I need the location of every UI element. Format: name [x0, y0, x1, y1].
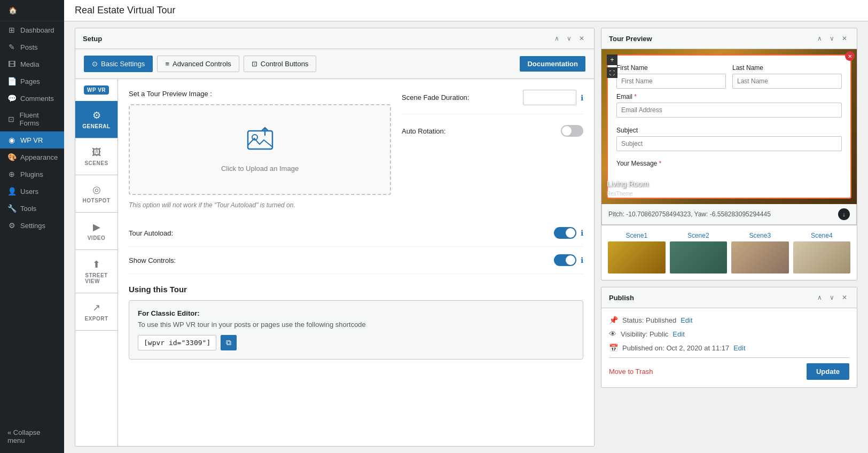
setup-nav-export[interactable]: ↗ EXPORT: [75, 293, 118, 331]
sidebar-item-label: Tools: [20, 205, 36, 213]
message-col: Your Message: [616, 160, 842, 189]
visibility-label: Visibility: Public: [621, 330, 668, 338]
copy-shortcode-btn[interactable]: ⧉: [221, 335, 237, 350]
auto-rotation-toggle[interactable]: [561, 125, 583, 137]
sidebar-item-label: Dashboard: [20, 26, 54, 34]
status-icon: 📌: [609, 316, 618, 324]
sidebar-item-tools[interactable]: 🔧 Tools: [0, 200, 64, 217]
sidebar-item-label: Appearance: [20, 153, 58, 161]
publish-collapse-btn[interactable]: ∧: [815, 293, 824, 302]
street-view-label: STREETVIEW: [85, 272, 107, 284]
first-name-input[interactable]: [616, 74, 726, 89]
download-icon[interactable]: ↓: [838, 208, 850, 220]
scene-fade-label: Scene Fade Duration:: [402, 93, 469, 101]
scene-thumb-2[interactable]: Scene2: [670, 232, 728, 274]
show-controls-label: Show Controls:: [129, 256, 176, 264]
tour-autoload-toggle[interactable]: [554, 227, 576, 239]
tab-control-buttons[interactable]: ⊡ Control Buttons: [244, 56, 317, 72]
tab-basic-settings[interactable]: ⊙ Basic Settings: [84, 56, 153, 72]
scene-thumbs: Scene1 Scene2 Scene3 Scene4: [601, 225, 857, 280]
tour-autoload-info-icon[interactable]: ℹ: [581, 229, 583, 237]
scene-thumb-3[interactable]: Scene3: [731, 232, 789, 274]
last-name-label: Last Name: [732, 64, 842, 72]
tour-preview-expand-btn[interactable]: ∨: [827, 34, 836, 43]
comments-icon: 💬: [7, 94, 16, 103]
scene-fade-info-icon[interactable]: ℹ: [581, 93, 583, 102]
sidebar-item-comments[interactable]: 💬 Comments: [0, 90, 64, 107]
show-controls-info-icon[interactable]: ℹ: [581, 256, 583, 264]
update-button[interactable]: Update: [807, 363, 849, 380]
sidebar-item-pages[interactable]: 📄 Pages: [0, 73, 64, 90]
sidebar-item-users[interactable]: 👤 Users: [0, 183, 64, 200]
subject-input[interactable]: [616, 136, 842, 151]
form-name-row: First Name Last Name: [616, 64, 842, 89]
upload-note: This option will not work if the "Tour A…: [129, 201, 391, 209]
sidebar-item-wp-vr[interactable]: ◉ WP VR: [0, 131, 64, 149]
scene-thumb-1[interactable]: Scene1: [608, 232, 666, 274]
sidebar-item-media[interactable]: 🎞 Media: [0, 56, 64, 73]
setup-nav-hotspot[interactable]: ◎ HOTSPOT: [75, 175, 118, 213]
using-tour-title: Using this Tour: [129, 285, 583, 294]
export-label: EXPORT: [84, 316, 108, 322]
show-controls-toggle[interactable]: [554, 254, 576, 266]
message-label: Your Message: [616, 160, 842, 167]
sidebar-item-plugins[interactable]: ⊕ Plugins: [0, 166, 64, 183]
collapse-menu-btn[interactable]: « Collapse menu: [0, 424, 64, 453]
panel-expand-btn[interactable]: ∨: [565, 34, 574, 43]
tools-icon: 🔧: [7, 204, 16, 213]
publish-expand-btn[interactable]: ∨: [827, 293, 836, 302]
appearance-icon: 🎨: [7, 153, 16, 161]
visibility-edit-link[interactable]: Edit: [672, 330, 684, 338]
publish-inner: 📌 Status: Published Edit 👁 Visibility: P…: [601, 308, 857, 387]
content-area: Setup ∧ ∨ ✕ ⊙ Basic Settings ≡ Ad: [64, 21, 868, 453]
panel-close-btn[interactable]: ✕: [577, 34, 587, 43]
publish-close-btn[interactable]: ✕: [840, 293, 849, 302]
upload-image-box[interactable]: Click to Upload an Image: [129, 104, 391, 195]
panel-collapse-btn[interactable]: ∧: [552, 34, 561, 43]
tour-expand-btn[interactable]: ⛶: [607, 67, 617, 78]
sidebar-logo: 🏠: [0, 0, 64, 21]
setup-nav-general[interactable]: ⚙ GENERAL: [75, 101, 118, 138]
tour-preview-image-area: + ⛶ ✕ First Name Last Name: [601, 49, 857, 225]
sidebar-item-label: Comments: [20, 95, 54, 103]
upload-icon: [247, 127, 273, 158]
svg-rect-0: [248, 131, 272, 149]
sidebar-item-fluent-forms[interactable]: ⊡ Fluent Forms: [0, 107, 64, 131]
tour-preview-controls: ∧ ∨ ✕: [815, 34, 849, 43]
email-input[interactable]: [616, 103, 842, 118]
publish-box: Publish ∧ ∨ ✕ 📌 Status: Published Edit 👁: [601, 287, 857, 388]
status-row: 📌 Status: Published Edit: [609, 316, 849, 324]
setup-nav-street-view[interactable]: ⬆ STREETVIEW: [75, 250, 118, 293]
panel-header-controls: ∧ ∨ ✕: [552, 34, 587, 43]
subject-col: Subject: [616, 127, 842, 156]
scene1-thumbnail: [608, 241, 666, 274]
setup-nav-scenes[interactable]: 🖼 SCENES: [75, 138, 118, 175]
published-row: 📅 Published on: Oct 2, 2020 at 11:17 Edi…: [609, 343, 849, 352]
publish-header: Publish ∧ ∨ ✕: [601, 287, 857, 308]
pitch-text: Pitch: -10.708620758494323, Yaw: -6.5582…: [608, 210, 771, 218]
street-view-icon: ⬆: [92, 259, 100, 270]
scene-fade-input[interactable]: [523, 90, 576, 105]
documentation-button[interactable]: Documentation: [520, 56, 585, 72]
published-edit-link[interactable]: Edit: [733, 344, 745, 352]
last-name-input[interactable]: [732, 74, 842, 89]
tour-preview-collapse-btn[interactable]: ∧: [815, 34, 824, 43]
move-to-trash-link[interactable]: Move to Trash: [609, 368, 653, 376]
sidebar-item-settings[interactable]: ⚙ Settings: [0, 217, 64, 234]
scene3-thumbnail: [731, 241, 789, 274]
status-edit-link[interactable]: Edit: [681, 316, 692, 324]
fluent-forms-icon: ⊡: [7, 115, 15, 123]
form-close-btn[interactable]: ✕: [845, 51, 855, 61]
tab-advanced-controls[interactable]: ≡ Advanced Controls: [157, 56, 239, 72]
setup-nav-video[interactable]: ▶ VIDEO: [75, 213, 118, 250]
sidebar-item-label: Fluent Forms: [20, 111, 57, 127]
sidebar-item-posts[interactable]: ✎ Posts: [0, 38, 64, 56]
scene-thumb-4[interactable]: Scene4: [793, 232, 851, 274]
sidebar-item-appearance[interactable]: 🎨 Appearance: [0, 149, 64, 166]
tour-preview-close-btn[interactable]: ✕: [840, 34, 849, 43]
sidebar-item-dashboard[interactable]: ⊞ Dashboard: [0, 21, 64, 38]
plugins-icon: ⊕: [7, 170, 16, 178]
setup-panel: Setup ∧ ∨ ✕ ⊙ Basic Settings ≡ Ad: [75, 28, 595, 447]
tour-plus-btn[interactable]: +: [607, 54, 617, 65]
site-name: 🏠: [9, 6, 17, 14]
